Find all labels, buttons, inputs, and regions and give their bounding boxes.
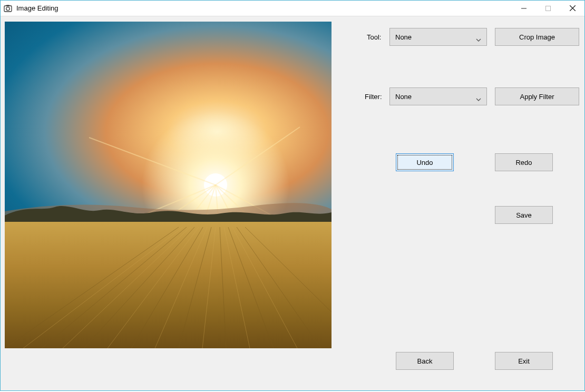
back-button[interactable]: Back: [396, 352, 454, 370]
crop-image-button[interactable]: Crop Image: [495, 28, 579, 46]
app-icon: [4, 4, 12, 13]
image-preview: [5, 22, 331, 348]
exit-button[interactable]: Exit: [495, 352, 553, 370]
filter-dropdown-value: None: [395, 93, 476, 101]
svg-point-1: [6, 7, 9, 10]
tool-dropdown-value: None: [395, 33, 476, 41]
apply-filter-label: Apply Filter: [520, 93, 554, 101]
apply-filter-button[interactable]: Apply Filter: [495, 87, 579, 105]
undo-label: Undo: [416, 159, 433, 166]
redo-label: Redo: [515, 159, 532, 166]
crop-image-label: Crop Image: [519, 33, 555, 41]
client-area: Tool: None Crop Image Filter: None Apply…: [1, 16, 584, 390]
window-controls: [512, 1, 584, 16]
app-window: Image Editing: [0, 0, 585, 391]
filter-label: Filter:: [365, 93, 382, 101]
svg-rect-2: [6, 5, 9, 6]
svg-rect-4: [546, 6, 551, 11]
exit-label: Exit: [518, 357, 530, 365]
filter-dropdown[interactable]: None: [389, 87, 487, 105]
chevron-down-icon: [476, 35, 481, 38]
window-title: Image Editing: [16, 4, 58, 12]
redo-button[interactable]: Redo: [495, 153, 553, 171]
save-button[interactable]: Save: [495, 206, 553, 224]
close-button[interactable]: [560, 1, 584, 16]
back-label: Back: [417, 357, 433, 365]
maximize-button[interactable]: [536, 1, 560, 16]
svg-rect-20: [5, 222, 331, 348]
tool-label: Tool:: [367, 33, 381, 41]
chevron-down-icon: [476, 95, 481, 98]
save-label: Save: [516, 211, 532, 219]
undo-button[interactable]: Undo: [396, 153, 454, 171]
svg-rect-0: [4, 6, 12, 12]
titlebar: Image Editing: [1, 1, 584, 16]
tool-dropdown[interactable]: None: [389, 28, 487, 46]
minimize-button[interactable]: [512, 1, 536, 16]
